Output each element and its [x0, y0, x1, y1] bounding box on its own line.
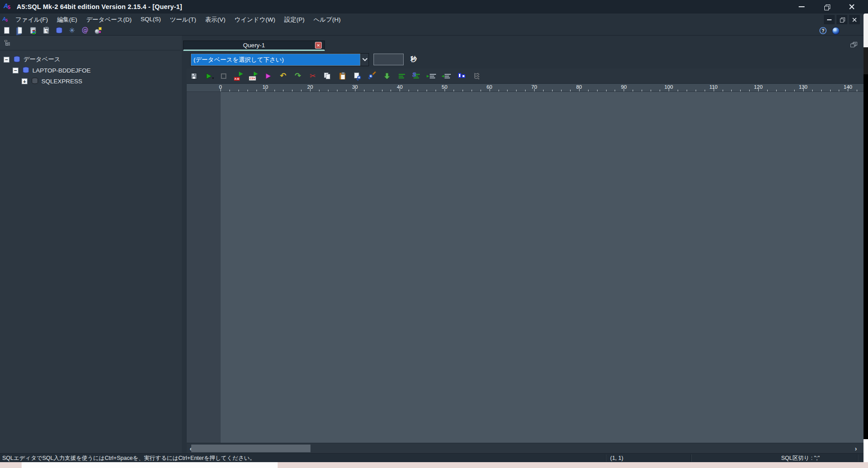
- redo-icon[interactable]: ↷: [293, 72, 302, 81]
- indent-icon[interactable]: ▸: [427, 72, 436, 81]
- window-controls: [797, 0, 856, 14]
- horizontal-scrollbar[interactable]: ‹ ›: [187, 443, 864, 453]
- cursor-position: (1, 1): [610, 454, 623, 463]
- menu-items: ファイル(F)編集(E)データベース(D)SQL(S)ツール(T)表示(V)ウイ…: [11, 14, 345, 26]
- er-diagram-icon[interactable]: [457, 72, 466, 81]
- menu-item-ツール[interactable]: ツール(T): [166, 14, 201, 26]
- mdi-close-button[interactable]: [849, 15, 860, 24]
- menu-item-表示[interactable]: 表示(V): [201, 14, 230, 26]
- clipboard-edit-icon[interactable]: ✎: [41, 26, 50, 35]
- sql-editor-area[interactable]: [187, 92, 864, 443]
- menu-item-ファイル[interactable]: ファイル(F): [11, 14, 53, 26]
- menu-bar: A5 ファイル(F)編集(E)データベース(D)SQL(S)ツール(T)表示(V…: [0, 14, 864, 26]
- window-title: A5:SQL Mk-2 64bit edition Version 2.15.4…: [17, 3, 182, 10]
- wizard-icon[interactable]: [94, 26, 103, 35]
- mdi-child-icon[interactable]: A5: [2, 16, 10, 23]
- status-divider: [857, 454, 858, 462]
- menu-item-編集[interactable]: 編集(E): [53, 14, 82, 26]
- database-connect-icon[interactable]: [54, 26, 63, 35]
- expand-icon[interactable]: +: [22, 78, 27, 84]
- sql-delimiter: SQL区切り : ";": [781, 454, 820, 463]
- tree-item-label: SQLEXPRESS: [41, 78, 82, 85]
- new-document-icon[interactable]: [2, 26, 11, 35]
- status-bar: SQLエディタでSQL入力支援を使うにはCtrl+Spaceを、実行するにはCt…: [0, 453, 864, 462]
- globe-icon[interactable]: [831, 26, 840, 35]
- column-ruler: 0102030405060708090100110120130140: [187, 84, 864, 92]
- seconds-label: 秒: [410, 55, 417, 64]
- tree-item-laptop-bddejfoe[interactable]: −LAPTOP-BDDEJFOE: [0, 65, 182, 76]
- restore-button[interactable]: [822, 2, 831, 11]
- clipboard-run-icon[interactable]: [28, 26, 37, 35]
- query-editor-pane: Query-1 ✕ (データベースを選択して下さい) 秒 ▼A:BCSV↶↷✂S…: [187, 36, 864, 453]
- execute-icon[interactable]: ▼: [204, 72, 213, 81]
- mdi-minimize-button[interactable]: [824, 15, 835, 24]
- menu-item-データベース[interactable]: データベース(D): [82, 14, 136, 26]
- panel-splitter[interactable]: [182, 36, 187, 453]
- sql-editor-toolbar: ▼A:BCSV↶↷✂S▸◂: [187, 68, 864, 84]
- status-message: SQLエディタでSQL入力支援を使うにはCtrl+Spaceを、実行するにはCt…: [2, 454, 255, 463]
- tab-strip: Query-1 ✕: [187, 36, 864, 51]
- save-icon[interactable]: [189, 72, 198, 81]
- menu-item-設定[interactable]: 設定(P): [280, 14, 309, 26]
- status-divider: [691, 454, 691, 462]
- scroll-right-icon[interactable]: ›: [852, 443, 860, 454]
- menu-item-sql[interactable]: SQL(S): [136, 14, 166, 26]
- settings-gear-icon[interactable]: ✳: [67, 26, 76, 35]
- database-blue-icon: [13, 56, 21, 63]
- app-logo-icon: A5: [3, 2, 13, 11]
- chevron-down-icon[interactable]: [360, 54, 369, 66]
- database-select-value: (データベースを選択して下さい): [191, 54, 360, 66]
- background-window-edge: [864, 14, 868, 468]
- editor-gutter: [187, 92, 220, 443]
- collapse-icon[interactable]: −: [13, 68, 18, 73]
- tab-close-icon[interactable]: ✕: [315, 42, 322, 49]
- unindent-icon[interactable]: ◂: [442, 72, 451, 81]
- status-divider: [605, 454, 606, 462]
- copy-icon[interactable]: [323, 72, 332, 81]
- format-sql-icon[interactable]: [397, 72, 406, 81]
- title-bar: A5 A5:SQL Mk-2 64bit edition Version 2.1…: [0, 0, 868, 14]
- execute-csv-icon[interactable]: CSV: [249, 72, 258, 81]
- menu-item-ヘルプ[interactable]: ヘルプ(H): [309, 14, 345, 26]
- tree-panel-toolbar: [0, 36, 182, 50]
- at-mail-icon[interactable]: @: [81, 26, 90, 35]
- tree-item-label: LAPTOP-BDDEJFOE: [32, 67, 91, 74]
- format-undo-icon[interactable]: S: [412, 72, 421, 81]
- database-tree: −データベース−LAPTOP-BDDEJFOE+SQLEXPRESS: [0, 50, 182, 86]
- tree-view-icon[interactable]: [3, 38, 12, 47]
- menu-item-ウインドウ[interactable]: ウインドウ(W): [230, 14, 280, 26]
- main-toolbar: ✎✳@ ?: [0, 26, 864, 36]
- tab-query-1[interactable]: Query-1 ✕: [183, 41, 325, 51]
- paste-icon[interactable]: [338, 72, 347, 81]
- database-tree-panel: −データベース−LAPTOP-BDDEJFOE+SQLEXPRESS: [0, 36, 182, 453]
- cut-icon[interactable]: ✂: [308, 72, 317, 81]
- replace-icon[interactable]: [368, 72, 377, 81]
- collapse-icon[interactable]: −: [4, 57, 9, 63]
- tree-item-label: データベース: [23, 55, 60, 64]
- stop-icon: [219, 72, 228, 81]
- mdi-window-controls: [824, 15, 860, 24]
- minimize-button[interactable]: [797, 2, 806, 11]
- help-icon[interactable]: ?: [819, 26, 828, 35]
- database-dark-icon: [31, 77, 39, 85]
- database-blue-icon: [22, 67, 30, 74]
- tree-item-database-root[interactable]: −データベース: [0, 54, 182, 65]
- undo-icon[interactable]: ↶: [279, 72, 288, 81]
- explain-plan-icon[interactable]: [264, 72, 273, 81]
- connection-bar: (データベースを選択して下さい) 秒: [187, 51, 864, 68]
- scrollbar-thumb[interactable]: [191, 445, 310, 452]
- tab-label: Query-1: [243, 42, 265, 49]
- open-icon[interactable]: [15, 26, 24, 35]
- tree-item-sqlexpress[interactable]: +SQLEXPRESS: [0, 76, 182, 86]
- timeout-seconds-input[interactable]: [373, 54, 404, 65]
- mdi-restore-button[interactable]: [837, 15, 847, 24]
- fetch-next-icon[interactable]: [382, 72, 391, 81]
- database-select[interactable]: (データベースを選択して下さい): [190, 53, 369, 66]
- analyze-icon: [472, 72, 481, 81]
- background-window-strip: [0, 462, 864, 468]
- execute-range-icon[interactable]: A:B: [234, 72, 243, 81]
- close-button[interactable]: [847, 2, 856, 11]
- find-icon[interactable]: [353, 72, 362, 81]
